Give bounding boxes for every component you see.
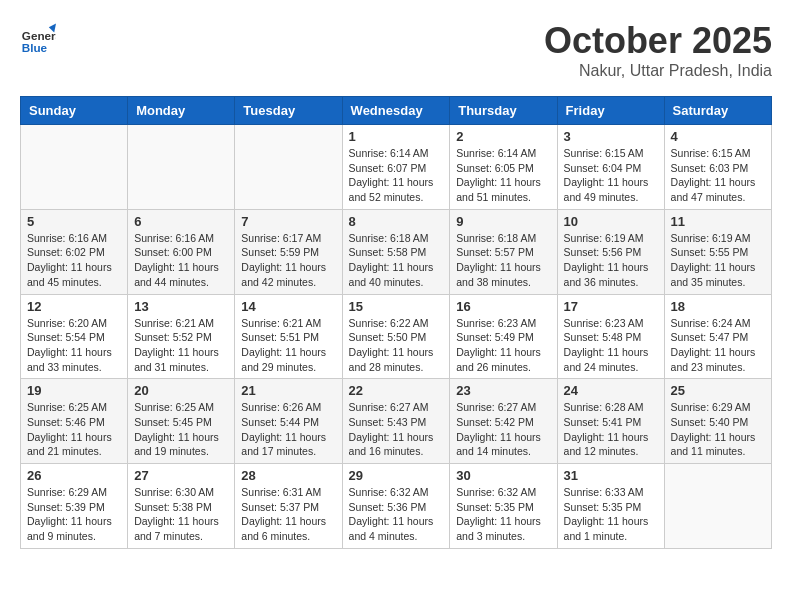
day-number: 5 [27,214,121,229]
day-content: Sunrise: 6:14 AM Sunset: 6:05 PM Dayligh… [456,146,550,205]
day-number: 3 [564,129,658,144]
calendar-day-21: 21Sunrise: 6:26 AM Sunset: 5:44 PM Dayli… [235,379,342,464]
day-content: Sunrise: 6:16 AM Sunset: 6:02 PM Dayligh… [27,231,121,290]
day-content: Sunrise: 6:25 AM Sunset: 5:45 PM Dayligh… [134,400,228,459]
weekday-header-wednesday: Wednesday [342,97,450,125]
calendar-day-8: 8Sunrise: 6:18 AM Sunset: 5:58 PM Daylig… [342,209,450,294]
calendar-day-22: 22Sunrise: 6:27 AM Sunset: 5:43 PM Dayli… [342,379,450,464]
calendar-week-5: 26Sunrise: 6:29 AM Sunset: 5:39 PM Dayli… [21,464,772,549]
calendar-day-31: 31Sunrise: 6:33 AM Sunset: 5:35 PM Dayli… [557,464,664,549]
day-number: 1 [349,129,444,144]
calendar-day-9: 9Sunrise: 6:18 AM Sunset: 5:57 PM Daylig… [450,209,557,294]
logo-icon: General Blue [20,20,56,56]
calendar-table: SundayMondayTuesdayWednesdayThursdayFrid… [20,96,772,549]
month-title: October 2025 [544,20,772,62]
calendar-day-14: 14Sunrise: 6:21 AM Sunset: 5:51 PM Dayli… [235,294,342,379]
day-number: 14 [241,299,335,314]
day-content: Sunrise: 6:16 AM Sunset: 6:00 PM Dayligh… [134,231,228,290]
day-content: Sunrise: 6:32 AM Sunset: 5:35 PM Dayligh… [456,485,550,544]
calendar-day-15: 15Sunrise: 6:22 AM Sunset: 5:50 PM Dayli… [342,294,450,379]
calendar-week-4: 19Sunrise: 6:25 AM Sunset: 5:46 PM Dayli… [21,379,772,464]
day-content: Sunrise: 6:32 AM Sunset: 5:36 PM Dayligh… [349,485,444,544]
day-number: 17 [564,299,658,314]
calendar-day-7: 7Sunrise: 6:17 AM Sunset: 5:59 PM Daylig… [235,209,342,294]
weekday-header-thursday: Thursday [450,97,557,125]
calendar-day-10: 10Sunrise: 6:19 AM Sunset: 5:56 PM Dayli… [557,209,664,294]
calendar-empty-cell [235,125,342,210]
calendar-day-27: 27Sunrise: 6:30 AM Sunset: 5:38 PM Dayli… [128,464,235,549]
calendar-day-28: 28Sunrise: 6:31 AM Sunset: 5:37 PM Dayli… [235,464,342,549]
calendar-week-2: 5Sunrise: 6:16 AM Sunset: 6:02 PM Daylig… [21,209,772,294]
calendar-day-5: 5Sunrise: 6:16 AM Sunset: 6:02 PM Daylig… [21,209,128,294]
day-content: Sunrise: 6:29 AM Sunset: 5:39 PM Dayligh… [27,485,121,544]
day-content: Sunrise: 6:15 AM Sunset: 6:03 PM Dayligh… [671,146,765,205]
day-content: Sunrise: 6:26 AM Sunset: 5:44 PM Dayligh… [241,400,335,459]
calendar-day-6: 6Sunrise: 6:16 AM Sunset: 6:00 PM Daylig… [128,209,235,294]
day-number: 26 [27,468,121,483]
calendar-day-20: 20Sunrise: 6:25 AM Sunset: 5:45 PM Dayli… [128,379,235,464]
calendar-day-3: 3Sunrise: 6:15 AM Sunset: 6:04 PM Daylig… [557,125,664,210]
day-number: 2 [456,129,550,144]
day-content: Sunrise: 6:23 AM Sunset: 5:48 PM Dayligh… [564,316,658,375]
day-content: Sunrise: 6:29 AM Sunset: 5:40 PM Dayligh… [671,400,765,459]
day-number: 28 [241,468,335,483]
day-number: 7 [241,214,335,229]
day-number: 10 [564,214,658,229]
weekday-header-sunday: Sunday [21,97,128,125]
calendar-day-13: 13Sunrise: 6:21 AM Sunset: 5:52 PM Dayli… [128,294,235,379]
calendar-day-26: 26Sunrise: 6:29 AM Sunset: 5:39 PM Dayli… [21,464,128,549]
day-number: 23 [456,383,550,398]
day-number: 20 [134,383,228,398]
calendar-day-16: 16Sunrise: 6:23 AM Sunset: 5:49 PM Dayli… [450,294,557,379]
day-content: Sunrise: 6:20 AM Sunset: 5:54 PM Dayligh… [27,316,121,375]
day-content: Sunrise: 6:15 AM Sunset: 6:04 PM Dayligh… [564,146,658,205]
day-content: Sunrise: 6:28 AM Sunset: 5:41 PM Dayligh… [564,400,658,459]
day-number: 12 [27,299,121,314]
day-content: Sunrise: 6:21 AM Sunset: 5:52 PM Dayligh… [134,316,228,375]
calendar-empty-cell [128,125,235,210]
logo: General Blue [20,20,60,56]
day-number: 11 [671,214,765,229]
day-number: 27 [134,468,228,483]
calendar-empty-cell [21,125,128,210]
day-content: Sunrise: 6:27 AM Sunset: 5:43 PM Dayligh… [349,400,444,459]
day-content: Sunrise: 6:22 AM Sunset: 5:50 PM Dayligh… [349,316,444,375]
weekday-header-friday: Friday [557,97,664,125]
calendar-day-18: 18Sunrise: 6:24 AM Sunset: 5:47 PM Dayli… [664,294,771,379]
calendar-day-29: 29Sunrise: 6:32 AM Sunset: 5:36 PM Dayli… [342,464,450,549]
calendar-day-4: 4Sunrise: 6:15 AM Sunset: 6:03 PM Daylig… [664,125,771,210]
day-content: Sunrise: 6:21 AM Sunset: 5:51 PM Dayligh… [241,316,335,375]
svg-text:Blue: Blue [22,41,48,54]
day-content: Sunrise: 6:23 AM Sunset: 5:49 PM Dayligh… [456,316,550,375]
day-content: Sunrise: 6:19 AM Sunset: 5:56 PM Dayligh… [564,231,658,290]
day-number: 18 [671,299,765,314]
day-content: Sunrise: 6:14 AM Sunset: 6:07 PM Dayligh… [349,146,444,205]
day-content: Sunrise: 6:25 AM Sunset: 5:46 PM Dayligh… [27,400,121,459]
calendar-day-25: 25Sunrise: 6:29 AM Sunset: 5:40 PM Dayli… [664,379,771,464]
day-content: Sunrise: 6:18 AM Sunset: 5:57 PM Dayligh… [456,231,550,290]
day-content: Sunrise: 6:19 AM Sunset: 5:55 PM Dayligh… [671,231,765,290]
day-number: 30 [456,468,550,483]
day-content: Sunrise: 6:27 AM Sunset: 5:42 PM Dayligh… [456,400,550,459]
day-content: Sunrise: 6:18 AM Sunset: 5:58 PM Dayligh… [349,231,444,290]
day-number: 15 [349,299,444,314]
calendar-day-24: 24Sunrise: 6:28 AM Sunset: 5:41 PM Dayli… [557,379,664,464]
location-subtitle: Nakur, Uttar Pradesh, India [544,62,772,80]
title-area: October 2025 Nakur, Uttar Pradesh, India [544,20,772,80]
day-number: 13 [134,299,228,314]
calendar-day-19: 19Sunrise: 6:25 AM Sunset: 5:46 PM Dayli… [21,379,128,464]
calendar-empty-cell [664,464,771,549]
calendar-day-30: 30Sunrise: 6:32 AM Sunset: 5:35 PM Dayli… [450,464,557,549]
day-number: 25 [671,383,765,398]
day-content: Sunrise: 6:17 AM Sunset: 5:59 PM Dayligh… [241,231,335,290]
day-content: Sunrise: 6:30 AM Sunset: 5:38 PM Dayligh… [134,485,228,544]
calendar-day-1: 1Sunrise: 6:14 AM Sunset: 6:07 PM Daylig… [342,125,450,210]
day-content: Sunrise: 6:31 AM Sunset: 5:37 PM Dayligh… [241,485,335,544]
weekday-header-monday: Monday [128,97,235,125]
day-number: 24 [564,383,658,398]
calendar-day-2: 2Sunrise: 6:14 AM Sunset: 6:05 PM Daylig… [450,125,557,210]
calendar-day-11: 11Sunrise: 6:19 AM Sunset: 5:55 PM Dayli… [664,209,771,294]
day-content: Sunrise: 6:24 AM Sunset: 5:47 PM Dayligh… [671,316,765,375]
weekday-header-tuesday: Tuesday [235,97,342,125]
day-number: 16 [456,299,550,314]
